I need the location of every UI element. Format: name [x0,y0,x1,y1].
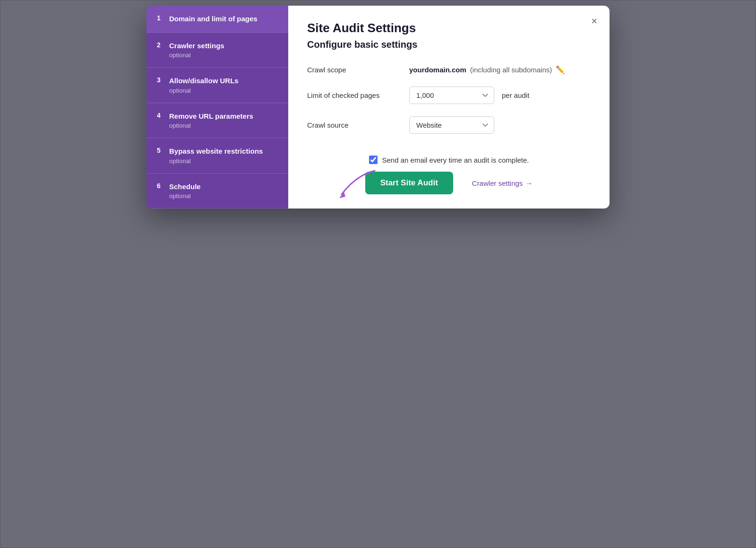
sidebar-item-4[interactable]: 4Remove URL parametersoptional [146,103,288,139]
sidebar: 1Domain and limit of pages2Crawler setti… [146,6,288,209]
svg-marker-0 [339,192,345,198]
crawler-settings-arrow: → [525,179,533,187]
email-label[interactable]: Send an email every time an audit is com… [382,156,529,164]
sidebar-item-title: Domain and limit of pages [169,14,258,24]
email-checkbox-row: Send an email every time an audit is com… [369,156,529,164]
limit-label: Limit of checked pages [307,91,402,99]
sidebar-item-1[interactable]: 1Domain and limit of pages [146,6,288,33]
footer-actions: Start Site Audit Crawler settings → [365,172,533,194]
sidebar-item-number: 6 [157,182,164,190]
modal-header: Site Audit Settings Configure basic sett… [288,6,610,65]
sidebar-item-optional: optional [169,122,278,129]
sidebar-item-number: 4 [157,112,164,119]
crawler-settings-text: Crawler settings [472,179,523,187]
sidebar-item-title: Crawler settings [169,41,224,51]
per-audit-text: per audit [502,91,529,99]
sidebar-item-2[interactable]: 2Crawler settingsoptional [146,33,288,68]
limit-select[interactable]: 1005001,0005,00010,00020,00050,000100,00… [409,87,494,104]
sidebar-item-6[interactable]: 6Scheduleoptional [146,174,288,209]
sidebar-item-number: 3 [157,76,164,84]
modal-content: × Site Audit Settings Configure basic se… [288,6,610,209]
crawler-settings-link[interactable]: Crawler settings → [472,179,533,187]
crawl-source-select[interactable]: WebsiteSitemapGoogle Analytics [409,116,494,134]
sidebar-item-title: Schedule [169,182,201,191]
sidebar-item-optional: optional [169,157,278,165]
sidebar-item-number: 5 [157,147,164,154]
sidebar-item-number: 2 [157,41,164,49]
sidebar-item-title: Remove URL parameters [169,112,253,121]
crawl-scope-subdomain: (including all subdomains) [470,66,552,74]
sidebar-item-3[interactable]: 3Allow/disallow URLsoptional [146,68,288,103]
crawl-scope-label: Crawl scope [307,66,402,74]
close-button[interactable]: × [589,14,599,28]
edit-crawl-scope-icon[interactable]: ✏️ [556,65,565,74]
modal-dialog: 1Domain and limit of pages2Crawler setti… [146,6,610,209]
email-checkbox[interactable] [369,156,378,164]
sidebar-item-optional: optional [169,192,278,200]
crawl-scope-domain: yourdomain.com [409,66,466,74]
modal-title: Site Audit Settings [307,21,591,35]
sidebar-item-optional: optional [169,52,278,59]
sidebar-item-optional: optional [169,87,278,94]
sidebar-item-title: Bypass website restrictions [169,147,263,156]
form-body: Crawl scope yourdomain.com (including al… [288,65,610,146]
modal-footer: Send an email every time an audit is com… [288,146,610,209]
crawl-source-row: Crawl source WebsiteSitemapGoogle Analyt… [307,116,591,134]
sidebar-item-5[interactable]: 5Bypass website restrictionsoptional [146,138,288,174]
sidebar-item-number: 1 [157,14,164,22]
limit-pages-row: Limit of checked pages 1005001,0005,0001… [307,87,591,104]
crawl-scope-value: yourdomain.com (including all subdomains… [409,65,565,74]
sidebar-item-title: Allow/disallow URLs [169,76,239,86]
crawl-scope-row: Crawl scope yourdomain.com (including al… [307,65,591,74]
modal-subtitle: Configure basic settings [307,39,591,50]
start-site-audit-button[interactable]: Start Site Audit [365,172,453,194]
crawl-source-label: Crawl source [307,121,402,129]
